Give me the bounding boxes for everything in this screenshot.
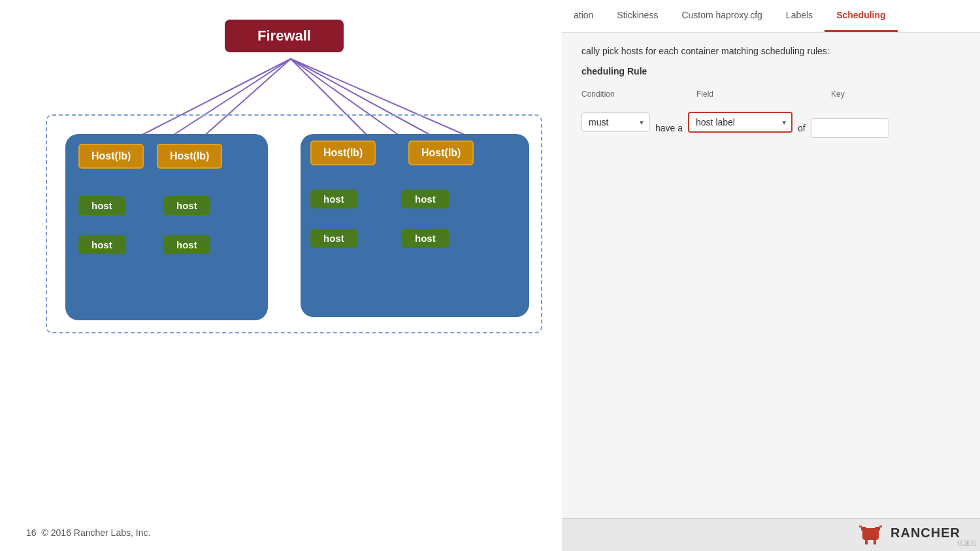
condition-select-wrap[interactable]: must must not should should not ▼ [581,112,650,132]
host-left-1: host [78,196,125,215]
rancher-logo-area: RANCHER [856,522,960,544]
host-left-3: host [78,235,125,254]
host-left-2: host [163,196,210,215]
field-select-wrap[interactable]: host label host name region zone ▼ [688,112,792,133]
svg-rect-8 [861,527,866,531]
scheduling-section-header: cheduling Rule [562,59,980,83]
rancher-bull-icon [856,522,885,544]
rancher-text: RANCHER [890,526,960,541]
firewall-label: Firewall [257,27,311,44]
watermark: 亿速云 [957,539,977,548]
host-lb-right-2: Host(lb) [408,141,474,165]
field-select[interactable]: host label host name region zone [688,112,792,133]
tab-labels[interactable]: Labels [774,0,825,32]
have-a-text: have a [655,123,683,133]
field-label: Field [696,90,808,99]
condition-label: Condition [581,90,647,99]
condition-row: must must not should should not ▼ have a… [581,107,960,138]
left-blue-group: Host(lb) Host(lb) host host host host [65,134,268,320]
condition-select[interactable]: must must not should should not [581,112,650,132]
tabs-bar: ation Stickiness Custom haproxy.cfg Labe… [562,0,980,33]
host-lb-left-2: Host(lb) [157,144,222,169]
host-right-2: host [402,190,449,209]
diagram-area: Firewall Host(lb) Host(lb) host host hos… [0,0,568,551]
svg-rect-9 [875,527,880,531]
of-text: of [798,123,806,133]
right-blue-group: Host(lb) Host(lb) host host host host [301,134,529,317]
firewall-box: Firewall [225,20,344,52]
host-right-1: host [310,190,357,209]
key-input[interactable] [811,118,889,138]
copyright-text: © 2016 Rancher Labs, Inc. [42,527,151,538]
svg-rect-13 [874,540,876,544]
key-label: Key [831,90,845,99]
tab-ation[interactable]: ation [562,0,605,32]
right-panel: ation Stickiness Custom haproxy.cfg Labe… [562,0,980,551]
footer: 16 © 2016 Rancher Labs, Inc. [26,527,150,538]
tab-custom-haproxy[interactable]: Custom haproxy.cfg [670,0,774,32]
scheduling-rule-section: Condition Field Key must must not should… [562,83,980,151]
host-right-4: host [402,229,449,248]
svg-rect-12 [865,540,868,544]
page-number: 16 [26,527,37,538]
tab-stickiness[interactable]: Stickiness [605,0,670,32]
host-right-3: host [310,229,357,248]
svg-rect-11 [879,526,882,527]
host-lb-left-1: Host(lb) [78,144,144,169]
host-lb-right-1: Host(lb) [310,141,376,165]
tab-scheduling[interactable]: Scheduling [825,0,897,32]
host-left-4: host [163,235,210,254]
svg-rect-10 [859,526,862,527]
scheduling-description: cally pick hosts for each container matc… [562,33,980,59]
